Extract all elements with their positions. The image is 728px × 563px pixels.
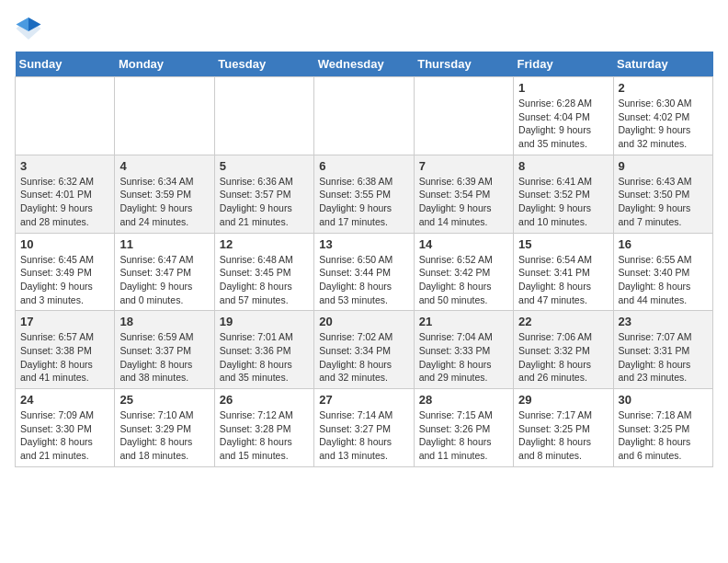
day-cell: 24Sunrise: 7:09 AM Sunset: 3:30 PM Dayli… (16, 389, 115, 467)
day-info: Sunrise: 7:07 AM Sunset: 3:31 PM Dayligh… (619, 330, 708, 385)
day-info: Sunrise: 6:57 AM Sunset: 3:38 PM Dayligh… (20, 330, 109, 385)
day-info: Sunrise: 6:50 AM Sunset: 3:44 PM Dayligh… (319, 253, 408, 307)
day-cell: 18Sunrise: 6:59 AM Sunset: 3:37 PM Dayli… (115, 311, 214, 389)
day-cell: 30Sunrise: 7:18 AM Sunset: 3:25 PM Dayli… (613, 389, 712, 467)
page-header (15, 15, 713, 42)
day-info: Sunrise: 6:34 AM Sunset: 3:59 PM Dayligh… (119, 175, 209, 229)
week-row-3: 10Sunrise: 6:45 AM Sunset: 3:49 PM Dayli… (16, 233, 713, 311)
day-cell: 14Sunrise: 6:52 AM Sunset: 3:42 PM Dayli… (414, 233, 513, 311)
day-cell: 28Sunrise: 7:15 AM Sunset: 3:26 PM Dayli… (414, 389, 513, 467)
day-info: Sunrise: 7:10 AM Sunset: 3:29 PM Dayligh… (119, 408, 209, 463)
day-number: 6 (319, 159, 408, 173)
week-row-1: 1Sunrise: 6:28 AM Sunset: 4:04 PM Daylig… (16, 77, 713, 155)
day-info: Sunrise: 6:55 AM Sunset: 3:40 PM Dayligh… (619, 253, 708, 307)
day-cell: 7Sunrise: 6:39 AM Sunset: 3:54 PM Daylig… (414, 155, 513, 233)
day-info: Sunrise: 6:59 AM Sunset: 3:37 PM Dayligh… (119, 330, 209, 385)
col-header-sunday: Sunday (16, 52, 115, 77)
day-cell (314, 77, 414, 155)
day-cell: 3Sunrise: 6:32 AM Sunset: 4:01 PM Daylig… (16, 155, 115, 233)
day-info: Sunrise: 7:14 AM Sunset: 3:27 PM Dayligh… (319, 408, 408, 463)
day-cell (16, 77, 115, 155)
day-number: 23 (619, 315, 708, 328)
day-info: Sunrise: 6:43 AM Sunset: 3:50 PM Dayligh… (619, 175, 708, 229)
day-cell (115, 77, 214, 155)
day-number: 13 (319, 237, 408, 251)
day-number: 28 (419, 393, 508, 407)
day-number: 12 (220, 237, 309, 251)
day-info: Sunrise: 7:17 AM Sunset: 3:25 PM Dayligh… (518, 408, 608, 463)
day-number: 10 (20, 237, 109, 251)
week-row-4: 17Sunrise: 6:57 AM Sunset: 3:38 PM Dayli… (16, 311, 713, 389)
day-cell: 19Sunrise: 7:01 AM Sunset: 3:36 PM Dayli… (214, 311, 313, 389)
day-info: Sunrise: 7:09 AM Sunset: 3:30 PM Dayligh… (20, 408, 109, 463)
day-number: 22 (518, 315, 608, 328)
day-cell: 20Sunrise: 7:02 AM Sunset: 3:34 PM Dayli… (314, 311, 414, 389)
day-number: 25 (119, 393, 209, 407)
day-cell: 22Sunrise: 7:06 AM Sunset: 3:32 PM Dayli… (514, 311, 613, 389)
week-row-2: 3Sunrise: 6:32 AM Sunset: 4:01 PM Daylig… (16, 155, 713, 233)
day-number: 26 (220, 393, 309, 407)
day-info: Sunrise: 7:18 AM Sunset: 3:25 PM Dayligh… (619, 408, 708, 463)
day-number: 20 (319, 315, 408, 328)
day-info: Sunrise: 6:45 AM Sunset: 3:49 PM Dayligh… (20, 253, 109, 307)
day-cell: 29Sunrise: 7:17 AM Sunset: 3:25 PM Dayli… (514, 389, 613, 467)
col-header-friday: Friday (514, 52, 613, 77)
day-number: 29 (518, 393, 608, 407)
day-info: Sunrise: 7:15 AM Sunset: 3:26 PM Dayligh… (419, 408, 508, 463)
day-cell: 11Sunrise: 6:47 AM Sunset: 3:47 PM Dayli… (115, 233, 214, 311)
week-row-5: 24Sunrise: 7:09 AM Sunset: 3:30 PM Dayli… (16, 389, 713, 467)
day-number: 21 (419, 315, 508, 328)
calendar-table: SundayMondayTuesdayWednesdayThursdayFrid… (15, 52, 713, 467)
day-info: Sunrise: 7:12 AM Sunset: 3:28 PM Dayligh… (220, 408, 309, 463)
day-info: Sunrise: 7:01 AM Sunset: 3:36 PM Dayligh… (220, 330, 309, 385)
day-info: Sunrise: 6:28 AM Sunset: 4:04 PM Dayligh… (518, 97, 608, 151)
day-number: 16 (619, 237, 708, 251)
day-number: 8 (518, 159, 608, 173)
day-number: 5 (220, 159, 309, 173)
day-info: Sunrise: 6:54 AM Sunset: 3:41 PM Dayligh… (518, 253, 608, 307)
day-number: 7 (419, 159, 508, 173)
day-number: 3 (20, 159, 109, 173)
logo (15, 15, 46, 42)
day-cell: 8Sunrise: 6:41 AM Sunset: 3:52 PM Daylig… (514, 155, 613, 233)
day-cell: 17Sunrise: 6:57 AM Sunset: 3:38 PM Dayli… (16, 311, 115, 389)
day-cell: 6Sunrise: 6:38 AM Sunset: 3:55 PM Daylig… (314, 155, 414, 233)
day-number: 18 (119, 315, 209, 328)
col-header-monday: Monday (115, 52, 214, 77)
day-info: Sunrise: 6:38 AM Sunset: 3:55 PM Dayligh… (319, 175, 408, 229)
day-number: 19 (220, 315, 309, 328)
day-cell: 16Sunrise: 6:55 AM Sunset: 3:40 PM Dayli… (613, 233, 712, 311)
day-cell: 5Sunrise: 6:36 AM Sunset: 3:57 PM Daylig… (214, 155, 313, 233)
day-info: Sunrise: 6:47 AM Sunset: 3:47 PM Dayligh… (119, 253, 209, 307)
day-cell: 13Sunrise: 6:50 AM Sunset: 3:44 PM Dayli… (314, 233, 414, 311)
day-number: 15 (518, 237, 608, 251)
day-number: 1 (518, 81, 608, 95)
day-info: Sunrise: 6:30 AM Sunset: 4:02 PM Dayligh… (619, 97, 708, 151)
day-cell: 27Sunrise: 7:14 AM Sunset: 3:27 PM Dayli… (314, 389, 414, 467)
col-header-saturday: Saturday (613, 52, 712, 77)
col-header-wednesday: Wednesday (314, 52, 414, 77)
day-info: Sunrise: 6:36 AM Sunset: 3:57 PM Dayligh… (220, 175, 309, 229)
day-cell: 4Sunrise: 6:34 AM Sunset: 3:59 PM Daylig… (115, 155, 214, 233)
day-cell: 25Sunrise: 7:10 AM Sunset: 3:29 PM Dayli… (115, 389, 214, 467)
day-number: 17 (20, 315, 109, 328)
day-info: Sunrise: 6:32 AM Sunset: 4:01 PM Dayligh… (20, 175, 109, 229)
day-number: 2 (619, 81, 708, 95)
day-info: Sunrise: 7:02 AM Sunset: 3:34 PM Dayligh… (319, 330, 408, 385)
day-info: Sunrise: 7:06 AM Sunset: 3:32 PM Dayligh… (518, 330, 608, 385)
day-number: 30 (619, 393, 708, 407)
col-header-tuesday: Tuesday (214, 52, 313, 77)
day-cell: 21Sunrise: 7:04 AM Sunset: 3:33 PM Dayli… (414, 311, 513, 389)
col-header-thursday: Thursday (414, 52, 513, 77)
day-cell: 2Sunrise: 6:30 AM Sunset: 4:02 PM Daylig… (613, 77, 712, 155)
day-cell: 23Sunrise: 7:07 AM Sunset: 3:31 PM Dayli… (613, 311, 712, 389)
day-cell: 15Sunrise: 6:54 AM Sunset: 3:41 PM Dayli… (514, 233, 613, 311)
day-info: Sunrise: 7:04 AM Sunset: 3:33 PM Dayligh… (419, 330, 508, 385)
day-cell: 26Sunrise: 7:12 AM Sunset: 3:28 PM Dayli… (214, 389, 313, 467)
calendar-header-row: SundayMondayTuesdayWednesdayThursdayFrid… (16, 52, 713, 77)
day-cell: 9Sunrise: 6:43 AM Sunset: 3:50 PM Daylig… (613, 155, 712, 233)
day-number: 11 (119, 237, 209, 251)
day-number: 9 (619, 159, 708, 173)
day-info: Sunrise: 6:41 AM Sunset: 3:52 PM Dayligh… (518, 175, 608, 229)
day-cell (214, 77, 313, 155)
